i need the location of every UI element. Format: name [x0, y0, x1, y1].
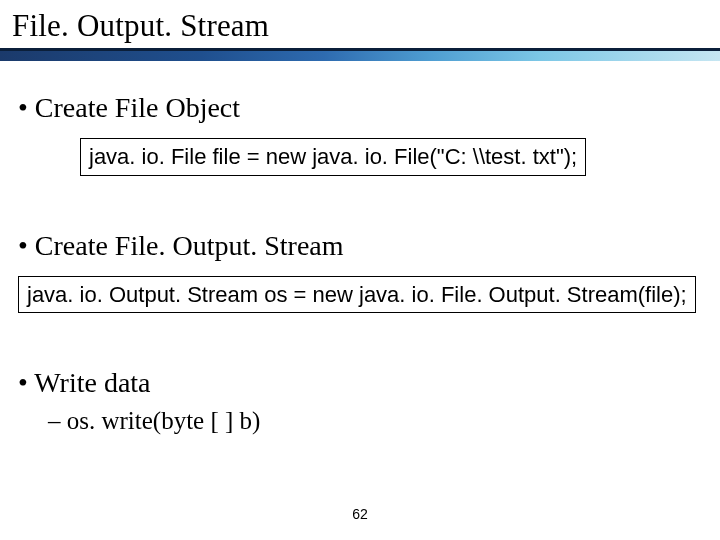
- bullet-write-data: • Write data: [18, 367, 702, 399]
- content-area: • Create File Object java. io. File file…: [18, 72, 702, 435]
- title-underline-gradient: [0, 51, 720, 61]
- slide: File. Output. Stream • Create File Objec…: [0, 0, 720, 540]
- subbullet-os-write: – os. write(byte [ ] b): [48, 407, 702, 435]
- codebox-output-stream: java. io. Output. Stream os = new java. …: [18, 276, 696, 314]
- bullet-create-file-object: • Create File Object: [18, 92, 702, 124]
- page-number: 62: [0, 506, 720, 522]
- bullet-create-output-stream: • Create File. Output. Stream: [18, 230, 702, 262]
- codebox-file-object: java. io. File file = new java. io. File…: [80, 138, 586, 176]
- slide-title: File. Output. Stream: [12, 8, 269, 44]
